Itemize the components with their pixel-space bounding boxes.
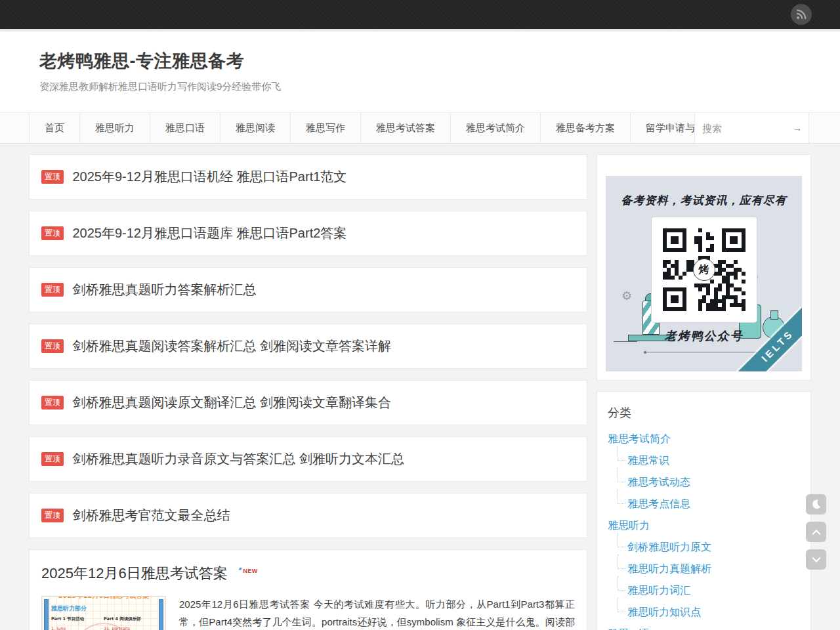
qr-center-logo: 烤: [693, 259, 715, 281]
thumb-col1-header: Part 1 节目活动: [51, 616, 104, 622]
post-title-link[interactable]: 剑桥雅思考官范文最全总结: [72, 508, 230, 522]
categories-list: 雅思考试简介 雅思常识 雅思考试动态 雅思考点信息 雅思听力 剑桥雅思听力原文 …: [608, 429, 800, 630]
sidebar: 备考资料，考试资讯，应有尽有 ⚙ ⚙ 烤 老烤鸭公众号 IELTS: [597, 154, 811, 630]
nav-item-reading[interactable]: 雅思阅读: [220, 113, 291, 142]
nav-item-exam-answers[interactable]: 雅思考试答案: [361, 113, 451, 142]
category-item: 雅思考点信息: [616, 494, 800, 515]
wechat-qr-image: 备考资料，考试资讯，应有尽有 ⚙ ⚙ 烤 老烤鸭公众号 IELTS: [606, 176, 802, 371]
pinned-badge: 置顶: [41, 283, 64, 297]
main-nav: 首页 雅思听力 雅思口语 雅思阅读 雅思写作 雅思考试答案 雅思考试简介 雅思备…: [0, 112, 840, 144]
post-title-link[interactable]: 剑桥雅思真题阅读答案解析汇总 剑雅阅读文章答案详解: [72, 339, 391, 353]
search-form: →: [694, 113, 809, 143]
post-list: 置顶 2025年9-12月雅思口语机经 雅思口语Part1范文 置顶 2025年…: [29, 154, 587, 630]
pinned-badge: 置顶: [41, 452, 64, 466]
category-item: 雅思听力词汇: [616, 580, 800, 602]
pinned-post-card: 置顶 剑桥雅思真题阅读答案解析汇总 剑雅阅读文章答案详解: [29, 324, 587, 369]
category-item: 雅思考试简介: [608, 429, 800, 450]
site-tagline: 资深雅思教师解析雅思口语听力写作阅读9分经验带你飞: [29, 81, 811, 93]
pinned-post-card: 置顶 剑桥雅思真题阅读原文翻译汇总 剑雅阅读文章翻译集合: [29, 380, 587, 425]
pinned-badge: 置顶: [41, 339, 64, 353]
thumb-left-bar: [44, 599, 49, 630]
category-item: 雅思考试动态: [616, 472, 800, 494]
post-title-link[interactable]: 剑桥雅思真题阅读原文翻译汇总 剑雅阅读文章翻译集合: [72, 395, 391, 410]
category-item: 雅思听力知识点: [616, 602, 800, 623]
categories-widget: 分类 雅思考试简介 雅思常识 雅思考试动态 雅思考点信息 雅思听力 剑桥雅思听力…: [597, 391, 811, 630]
post-title-link[interactable]: 剑桥雅思真题听力录音原文与答案汇总 剑雅听力文本汇总: [72, 452, 404, 466]
search-submit-button[interactable]: →: [786, 123, 808, 133]
qr-finder: [663, 228, 686, 252]
article-thumbnail[interactable]: 2025年12月6日雅思考试答案 雅思听力部分 Part 1 节目活动 1. J…: [41, 596, 166, 630]
floating-buttons: [806, 494, 827, 577]
moon-icon: [810, 498, 822, 511]
chevron-up-icon: [810, 526, 823, 539]
category-item: 雅思听力: [608, 515, 800, 537]
nav-item-writing[interactable]: 雅思写作: [291, 113, 361, 142]
article-excerpt: 2025年12月6日雅思考试答案 今天的考试难度有些大。听力部分，从Part1到…: [179, 596, 575, 630]
to-bottom-button[interactable]: [806, 549, 826, 570]
pinned-badge: 置顶: [41, 170, 64, 184]
chevron-down-icon: [810, 553, 823, 566]
qr-top-text: 备考资料，考试资讯，应有尽有: [606, 193, 802, 208]
category-item: 雅思听力真题解析: [616, 558, 800, 580]
qr-widget: 备考资料，考试资讯，应有尽有 ⚙ ⚙ 烤 老烤鸭公众号 IELTS: [597, 154, 811, 381]
nav-item-home[interactable]: 首页: [29, 113, 80, 142]
post-title-link[interactable]: 剑桥雅思真题听力答案解析汇总: [72, 282, 256, 297]
thumb-section-title: 雅思听力部分: [51, 604, 156, 613]
gear-icon: ⚙: [621, 289, 632, 303]
back-to-top-button[interactable]: [806, 522, 826, 542]
nav-item-speaking[interactable]: 雅思口语: [150, 113, 220, 142]
pinned-badge: 置顶: [41, 509, 64, 522]
thumb-right-bar: [159, 599, 163, 630]
post-title-link[interactable]: 2025年9-12月雅思口语题库 雅思口语Part2答案: [72, 226, 346, 240]
rss-icon[interactable]: [791, 4, 812, 25]
new-badge: 〞NEW: [236, 568, 258, 574]
spark-icon: 〞: [236, 567, 243, 574]
pinned-post-card: 置顶 2025年9-12月雅思口语机经 雅思口语Part1范文: [29, 154, 587, 200]
pinned-post-card: 置顶 剑桥雅思真题听力录音原文与答案汇总 剑雅听力文本汇总: [29, 436, 587, 482]
pinned-post-card: 置顶 剑桥雅思考官范文最全总结: [29, 493, 587, 538]
pinned-post-card: 置顶 2025年9-12月雅思口语题库 雅思口语Part2答案: [29, 211, 587, 256]
article-card: 2025年12月6日雅思考试答案 〞NEW 2025年12月6日雅思考试答案 雅…: [29, 549, 587, 630]
article-title-link[interactable]: 2025年12月6日雅思考试答案: [41, 565, 228, 581]
site-title[interactable]: 老烤鸭雅思-专注雅思备考: [29, 49, 811, 73]
pinned-post-card: 置顶 剑桥雅思真题听力答案解析汇总: [29, 267, 587, 312]
qr-finder: [722, 228, 746, 252]
nav-item-listening[interactable]: 雅思听力: [80, 113, 150, 142]
qr-code: 烤: [652, 217, 757, 322]
thumb-col2-header: Part 4 阅读俱乐部: [104, 616, 156, 622]
category-item: 雅思口语: [608, 623, 800, 630]
top-bar: [0, 0, 840, 29]
nav-item-prep-plan[interactable]: 雅思备考方案: [541, 113, 631, 142]
qr-finder: [663, 287, 686, 311]
categories-title: 分类: [608, 405, 800, 421]
thumb-banner: 2025年12月6日雅思考试答案: [51, 596, 156, 600]
post-title-link[interactable]: 2025年9-12月雅思口语机经 雅思口语Part1范文: [72, 169, 346, 184]
category-item: 剑桥雅思听力原文: [616, 537, 800, 558]
pinned-badge: 置顶: [41, 396, 64, 410]
qr-divider-line: [645, 352, 763, 352]
search-input[interactable]: [695, 123, 786, 134]
nav-item-exam-intro[interactable]: 雅思考试简介: [451, 113, 541, 142]
site-header: 老烤鸭雅思-专注雅思备考 资深雅思教师解析雅思口语听力写作阅读9分经验带你飞: [0, 29, 840, 112]
night-mode-button[interactable]: [806, 494, 826, 514]
pinned-badge: 置顶: [41, 226, 64, 240]
rss-glyph: [795, 9, 807, 20]
category-item: 雅思常识: [616, 450, 800, 472]
